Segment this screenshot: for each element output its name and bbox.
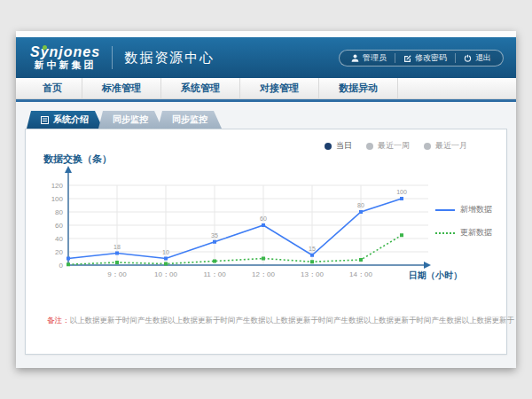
- tab-system-intro[interactable]: 系统介绍: [27, 111, 103, 129]
- radio-last-week[interactable]: 最近一周: [366, 140, 410, 152]
- user-menu-button[interactable]: 管理员: [343, 52, 395, 64]
- logout-button[interactable]: 退出: [456, 52, 499, 64]
- svg-text:120: 120: [51, 182, 64, 190]
- footnote-text: 以上数据更新于时间产生数据以上数据更新于时间产生数据以上数据更新于时间产生数据以…: [70, 316, 515, 325]
- radio-label: 最近一月: [435, 140, 467, 152]
- user-label: 管理员: [363, 52, 387, 64]
- tab-label: 同步监控: [172, 113, 207, 126]
- svg-text:10: 10: [162, 249, 169, 255]
- solid-line-swatch: [435, 209, 455, 211]
- x-axis-title: 日期（小时）: [409, 270, 462, 282]
- legend-item-updated-data[interactable]: 更新数据: [435, 227, 492, 239]
- nav-item-home[interactable]: 首页: [23, 78, 82, 98]
- user-toolbar: 管理员 修改密码 退出: [339, 50, 504, 66]
- user-icon: [351, 54, 359, 62]
- dotted-line-swatch: [435, 232, 455, 234]
- tab-sync-monitor-2[interactable]: 同步监控: [158, 111, 222, 129]
- legend-label: 更新数据: [460, 227, 492, 239]
- app-header: Synjones 新中新集团 数据资源中心 管理员 修改密码 退出: [16, 37, 516, 78]
- svg-text:15: 15: [309, 246, 316, 252]
- document-icon: [41, 116, 49, 124]
- power-icon: [464, 54, 472, 62]
- svg-text:18: 18: [113, 244, 121, 250]
- radio-label: 当日: [336, 140, 352, 152]
- radio-dot: [366, 143, 373, 150]
- svg-text:80: 80: [357, 202, 364, 208]
- radio-last-month[interactable]: 最近一月: [424, 140, 467, 152]
- radio-dot: [325, 143, 332, 150]
- svg-text:80: 80: [55, 208, 63, 216]
- header-divider: [112, 46, 113, 69]
- footnote: 备注：以上数据更新于时间产生数据以上数据更新于时间产生数据以上数据更新于时间产生…: [47, 316, 514, 326]
- svg-text:10：00: 10：00: [154, 270, 177, 278]
- main-nav: 首页 标准管理 系统管理 对接管理 数据异动: [16, 78, 516, 99]
- svg-text:35: 35: [211, 232, 218, 239]
- app-window: Synjones 新中新集团 数据资源中心 管理员 修改密码 退出 首页: [16, 31, 516, 368]
- edit-icon: [403, 54, 411, 62]
- svg-text:0: 0: [59, 262, 64, 270]
- change-password-button[interactable]: 修改密码: [395, 52, 455, 64]
- tab-bar: 系统介绍 同步监控 同步监控: [27, 111, 222, 129]
- legend-label: 新增数据: [460, 204, 492, 215]
- nav-item-standard-mgmt[interactable]: 标准管理: [82, 78, 161, 98]
- tab-label: 同步监控: [113, 113, 148, 126]
- nav-item-interface-mgmt[interactable]: 对接管理: [240, 78, 319, 98]
- radio-today[interactable]: 当日: [325, 140, 352, 152]
- logout-label: 退出: [475, 52, 491, 64]
- time-range-filter: 当日 最近一周 最近一月: [325, 140, 467, 152]
- nav-item-system-mgmt[interactable]: 系统管理: [161, 78, 240, 98]
- radio-dot: [424, 143, 431, 150]
- svg-text:100: 100: [396, 189, 407, 195]
- radio-label: 最近一周: [378, 140, 410, 152]
- svg-text:9：00: 9：00: [107, 270, 127, 278]
- logo-text-cn: 新中新集团: [35, 59, 97, 71]
- line-chart: 0204060801001209：0010：0011：0012：0013：001…: [38, 163, 446, 296]
- svg-text:40: 40: [55, 235, 63, 243]
- legend-item-new-data[interactable]: 新增数据: [435, 204, 492, 215]
- tab-label: 系统介绍: [53, 113, 89, 126]
- svg-text:13：00: 13：00: [301, 270, 324, 278]
- change-password-label: 修改密码: [415, 52, 447, 64]
- svg-text:20: 20: [55, 248, 63, 256]
- content-area: 系统介绍 同步监控 同步监控 当日 最近一周: [16, 102, 516, 368]
- svg-text:14：00: 14：00: [349, 270, 372, 278]
- tab-sync-monitor-1[interactable]: 同步监控: [98, 111, 162, 129]
- page-title: 数据资源中心: [124, 50, 215, 66]
- logo-leaf-icon: [43, 45, 47, 50]
- svg-text:60: 60: [260, 215, 267, 222]
- svg-text:12：00: 12：00: [252, 270, 275, 278]
- logo-text-en: Synjones: [30, 45, 100, 59]
- nav-item-data-change[interactable]: 数据异动: [319, 78, 398, 98]
- svg-text:60: 60: [55, 222, 63, 230]
- chart-panel: 当日 最近一周 最近一月 数据交换（条） 0204060801001209：00…: [25, 129, 507, 355]
- svg-text:100: 100: [51, 195, 64, 203]
- company-logo: Synjones 新中新集团: [30, 45, 100, 71]
- chart-legend: 新增数据 更新数据: [435, 204, 492, 239]
- svg-text:11：00: 11：00: [203, 270, 226, 278]
- footnote-prefix: 备注：: [47, 316, 70, 325]
- top-strip: [16, 31, 516, 37]
